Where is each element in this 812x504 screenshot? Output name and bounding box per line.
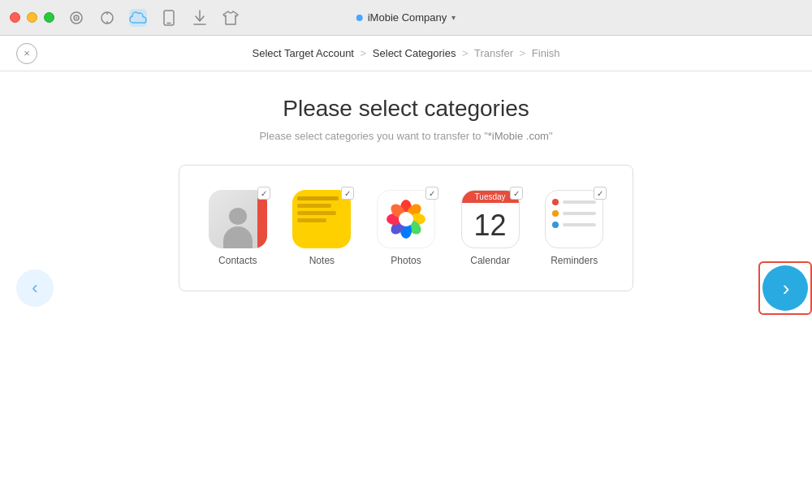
- main-content: Please select categories Please select c…: [0, 71, 812, 504]
- notes-line-1: [297, 196, 339, 200]
- person-body: [223, 226, 253, 248]
- category-notes[interactable]: ✓ Notes: [292, 190, 351, 266]
- fullscreen-traffic-light[interactable]: [44, 12, 54, 23]
- reminder-line-2: [563, 212, 596, 215]
- category-reminders[interactable]: ✓ Reminders: [545, 190, 603, 266]
- breadcrumb-bar: × Select Target Account > Select Categor…: [0, 36, 812, 71]
- calendar-label: Calendar: [470, 255, 510, 266]
- categories-box: ✓ Contacts ✓ Notes: [179, 165, 633, 291]
- breadcrumb-sep2: >: [462, 47, 469, 59]
- breadcrumb-step4: Finish: [532, 47, 560, 59]
- notes-check[interactable]: ✓: [341, 187, 354, 200]
- photos-flower-svg: [384, 197, 428, 241]
- reminder-dot-blue: [552, 222, 559, 228]
- minimize-traffic-light[interactable]: [27, 12, 37, 23]
- reminder-dot-red: [552, 199, 559, 205]
- close-button[interactable]: ×: [16, 43, 37, 64]
- cloud-icon[interactable]: [129, 9, 147, 27]
- reminder-row-3: [552, 222, 596, 228]
- category-photos[interactable]: ✓ Photos: [377, 190, 435, 266]
- toolbar-icons: [67, 9, 240, 27]
- music-icon[interactable]: [67, 9, 85, 27]
- svg-point-2: [76, 17, 77, 19]
- next-button-wrapper: ›: [758, 261, 812, 315]
- back-arrow-icon: ‹: [32, 279, 37, 297]
- contacts-person: [222, 208, 254, 248]
- breadcrumb-step2: Select Categories: [373, 47, 456, 59]
- person-head: [229, 208, 247, 225]
- reminders-icon-wrapper: ✓: [545, 190, 603, 248]
- company-name: iMobie Company: [368, 11, 447, 24]
- page-title: Please select categories: [283, 96, 529, 122]
- title-bar: iMobie Company ▾: [0, 0, 812, 36]
- reminder-row-1: [552, 199, 596, 205]
- shirt-icon[interactable]: [222, 9, 240, 27]
- reminder-dot-orange: [552, 210, 559, 217]
- breadcrumb-step3: Transfer: [474, 47, 513, 59]
- forward-arrow-icon: ›: [783, 278, 790, 299]
- dropdown-arrow-icon[interactable]: ▾: [451, 13, 456, 22]
- photos-icon-wrapper: ✓: [377, 190, 435, 248]
- notes-icon-wrapper: ✓: [292, 190, 351, 248]
- contacts-icon-wrapper: ✓: [209, 190, 267, 248]
- subtitle-target: *iMobie .com: [488, 130, 549, 142]
- reminder-row-2: [552, 210, 596, 217]
- photos-label: Photos: [391, 255, 421, 266]
- title-center: iMobie Company ▾: [356, 11, 456, 24]
- subtitle-suffix: ": [549, 130, 553, 142]
- contacts-check[interactable]: ✓: [257, 187, 270, 200]
- reminder-line-3: [563, 223, 596, 226]
- refresh-icon[interactable]: [98, 9, 116, 27]
- reminders-label: Reminders: [551, 255, 598, 266]
- reminders-check[interactable]: ✓: [594, 187, 607, 200]
- svg-point-18: [399, 212, 413, 226]
- contacts-label: Contacts: [218, 255, 257, 266]
- next-button[interactable]: ›: [762, 265, 808, 311]
- notes-line-2: [297, 204, 331, 208]
- breadcrumb-sep1: >: [361, 47, 367, 59]
- breadcrumb-sep3: >: [520, 47, 526, 59]
- breadcrumb-step1: Select Target Account: [252, 47, 354, 59]
- phone-icon[interactable]: [160, 9, 178, 27]
- notes-line-4: [297, 218, 326, 222]
- calendar-icon-wrapper: Tuesday 12 ✓: [461, 190, 520, 248]
- notes-label: Notes: [309, 255, 335, 266]
- notes-line-3: [297, 211, 336, 215]
- status-dot: [356, 15, 363, 21]
- category-contacts[interactable]: ✓ Contacts: [209, 190, 267, 266]
- breadcrumb: Select Target Account > Select Categorie…: [252, 47, 559, 59]
- calendar-check[interactable]: ✓: [510, 187, 523, 200]
- category-calendar[interactable]: Tuesday 12 ✓ Calendar: [461, 190, 520, 266]
- subtitle-prefix: Please select categories you want to tra…: [259, 130, 487, 142]
- close-traffic-light[interactable]: [10, 12, 20, 23]
- page-subtitle: Please select categories you want to tra…: [259, 130, 552, 142]
- photos-check[interactable]: ✓: [425, 187, 438, 200]
- back-button[interactable]: ‹: [16, 269, 54, 307]
- close-icon: ×: [24, 47, 30, 59]
- cal-number: 12: [462, 203, 519, 248]
- download-icon[interactable]: [191, 9, 209, 27]
- traffic-lights: [10, 12, 54, 23]
- reminder-line-1: [563, 200, 596, 204]
